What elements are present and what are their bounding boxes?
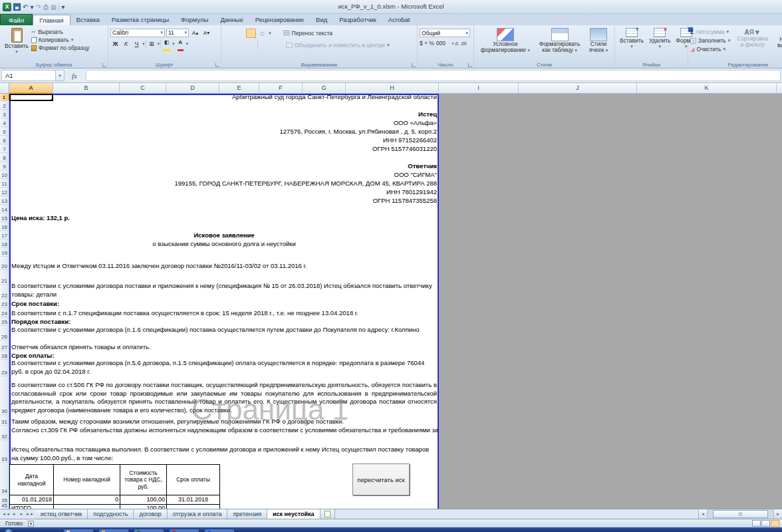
tab-Данные[interactable]: Данные [214, 15, 249, 25]
row-header-13[interactable]: 13 [0, 196, 9, 205]
sheet-tab-подсудность[interactable]: подсудность [88, 509, 134, 519]
column-header-partial[interactable] [777, 83, 782, 94]
paste-button[interactable]: Вставить ▾ [2, 27, 31, 60]
underline-button[interactable]: Ч [132, 39, 142, 49]
row-header-6[interactable]: 6 [0, 136, 9, 144]
next-sheet-icon[interactable]: ► [18, 512, 25, 516]
taskbar-button[interactable] [204, 529, 235, 532]
row-header-29[interactable]: 29 [0, 360, 9, 376]
row-header-30[interactable]: 30 [0, 376, 9, 415]
column-header-A[interactable]: A [9, 83, 53, 94]
name-box-dropdown-icon[interactable]: ▾ [56, 70, 65, 81]
tab-Разработчик[interactable]: Разработчик [333, 15, 382, 25]
macro-record-icon[interactable] [28, 521, 34, 527]
fx-icon[interactable]: fx [65, 68, 84, 82]
taskbar-button[interactable] [63, 529, 94, 532]
row-header-18[interactable]: 18 [0, 239, 9, 248]
row-header-45[interactable]: 45 [0, 504, 9, 509]
number-format-select[interactable]: Общий ▾ [420, 29, 470, 37]
taskbar-button[interactable] [169, 529, 199, 532]
bold-button[interactable]: Ж [110, 39, 120, 49]
conditional-formatting-button[interactable]: Условноеформатирование ▾ [478, 27, 533, 60]
row-header-10[interactable]: 10 [0, 170, 9, 179]
row-header-15[interactable]: 15 [0, 213, 9, 222]
column-header-D[interactable]: D [166, 83, 219, 94]
row-header-26[interactable]: 26 [0, 326, 9, 340]
row-header-2[interactable]: 2 [0, 101, 9, 110]
normal-view-icon[interactable] [752, 520, 761, 527]
cut-button[interactable]: ✂ Вырезать [31, 29, 89, 35]
font-name-select[interactable]: Calibri ▾ [110, 29, 165, 37]
borders-button[interactable]: ⊞ [147, 39, 157, 49]
orientation-button[interactable]: ◇ [257, 29, 267, 38]
row-header-5[interactable]: 5 [0, 127, 9, 136]
paste-dropdown-icon[interactable]: ▾ [15, 49, 18, 55]
column-header-F[interactable]: F [259, 83, 303, 94]
delete-cells-button[interactable]: × Удалить▾ [646, 27, 673, 60]
page-layout-view-icon[interactable] [761, 520, 770, 527]
orientation-dropdown-icon[interactable]: ▾ [269, 31, 271, 36]
save-icon[interactable] [13, 3, 21, 11]
merge-center-button[interactable]: Объединить и поместить в центре ▾ [286, 42, 389, 49]
alignment-dialog-launcher-icon[interactable] [412, 63, 416, 67]
row-header-9[interactable]: 9 [0, 162, 9, 170]
insert-cells-button[interactable]: + Вставить▾ [617, 27, 646, 60]
taskbar-button[interactable] [98, 529, 129, 532]
font-color-button[interactable]: А [176, 39, 186, 49]
font-color-dropdown-icon[interactable]: ▾ [186, 41, 189, 47]
sheet-tab-претензия[interactable]: претензия [227, 509, 267, 519]
fill-button[interactable]: ↓ Заполнить▾ [690, 37, 730, 44]
align-bottom-icon[interactable] [246, 29, 256, 38]
align-right-icon[interactable] [246, 41, 256, 50]
row-header-19[interactable]: 19 [0, 248, 9, 257]
row-header-25[interactable]: 25 [0, 317, 9, 326]
undo-icon[interactable]: ↶ [23, 3, 28, 11]
row-header-7[interactable]: 7 [0, 144, 9, 153]
worksheet-grid[interactable]: 1Арбитражный суд города Санкт-Петербурга… [0, 94, 782, 509]
row-header-17[interactable]: 17 [0, 231, 9, 239]
align-middle-icon[interactable] [235, 29, 245, 38]
copy-button[interactable]: Копировать ▾ [31, 37, 89, 43]
row-header-31[interactable]: 31 [0, 415, 9, 426]
format-painter-button[interactable]: Формат по образцу [31, 45, 89, 51]
scroll-right-icon[interactable]: ► [773, 509, 782, 519]
select-all-corner[interactable] [0, 83, 9, 94]
italic-button[interactable]: К [121, 39, 131, 49]
align-top-icon[interactable] [223, 29, 233, 38]
scrollbar-thumb[interactable] [713, 510, 768, 518]
row-header-4[interactable]: 4 [0, 118, 9, 127]
row-header-33[interactable]: 33 [0, 440, 9, 463]
row-header-22[interactable]: 22 [0, 285, 9, 299]
tab-Рецензирование[interactable]: Рецензирование [249, 15, 310, 25]
row-header-21[interactable]: 21 [0, 270, 9, 285]
borders-dropdown-icon[interactable]: ▾ [158, 41, 160, 47]
sheet-tab-отгрузка и оплата[interactable]: отгрузка и оплата [168, 509, 228, 519]
redo-icon[interactable]: ↷ [35, 3, 41, 11]
tab-Формулы[interactable]: Формулы [175, 15, 214, 25]
column-header-H[interactable]: H [346, 83, 439, 94]
row-header-14[interactable]: 14 [0, 205, 9, 213]
tab-Главная[interactable]: Главная [33, 15, 70, 25]
autosum-button[interactable]: Σ Автосумма▾ [690, 29, 730, 35]
currency-button[interactable]: $ [420, 40, 423, 47]
tab-Вставка[interactable]: Вставка [70, 15, 106, 25]
sheet-tab-истец ответчик[interactable]: истец ответчик [35, 509, 88, 519]
column-header-C[interactable]: C [120, 83, 166, 94]
align-center-icon[interactable] [235, 41, 245, 50]
tab-Разметка страницы[interactable]: Разметка страницы [106, 15, 175, 25]
taskbar-button[interactable] [134, 529, 164, 532]
grow-font-button[interactable]: A▴ [190, 28, 200, 37]
column-header-G[interactable]: G [303, 83, 346, 94]
clear-button[interactable]: ◢ Очистить▾ [690, 46, 730, 53]
sheet-tab-иск неустойка[interactable]: иск неустойка [267, 509, 320, 519]
table-view-icon[interactable]: ▦ [51, 3, 57, 11]
row-header-20[interactable]: 20 [0, 257, 9, 270]
column-header-E[interactable]: E [219, 83, 259, 94]
find-select-button[interactable]: ⌕ Найти ивыделить [775, 27, 782, 60]
tab-Вид[interactable]: Вид [310, 15, 333, 25]
sheet-tab-договор[interactable]: договор [134, 509, 167, 519]
row-header-16[interactable]: 16 [0, 222, 9, 231]
wrap-text-button[interactable]: Перенос текста [283, 30, 332, 37]
fill-color-dropdown-icon[interactable]: ▾ [172, 41, 175, 47]
increase-decimal-button[interactable]: +,0 [452, 41, 458, 46]
